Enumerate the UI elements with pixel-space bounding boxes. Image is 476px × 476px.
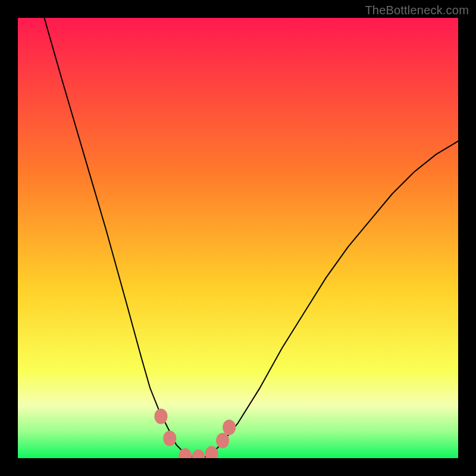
app-frame: TheBottleneck.com	[0, 0, 476, 476]
chart-plot-area	[18, 18, 458, 458]
right-marker-mid	[216, 433, 229, 448]
right-marker-upper	[223, 419, 236, 435]
heat-background	[18, 18, 458, 458]
left-marker-lower	[163, 431, 176, 446]
left-marker-upper	[155, 409, 168, 424]
watermark-text: TheBottleneck.com	[365, 4, 469, 17]
chart-svg	[18, 18, 458, 458]
